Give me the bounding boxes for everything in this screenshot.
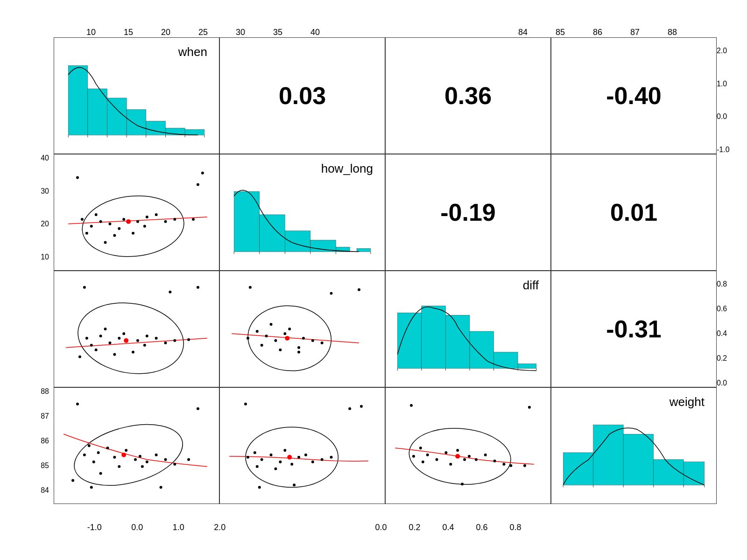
svg-point-37 — [201, 172, 204, 175]
svg-point-165 — [484, 454, 487, 456]
cell-2-0 — [54, 271, 219, 387]
svg-point-17 — [126, 219, 131, 224]
svg-point-72 — [197, 286, 199, 289]
top-tick: 15 — [124, 28, 133, 37]
svg-rect-95 — [397, 313, 422, 368]
svg-point-18 — [90, 225, 93, 228]
cell-3-1 — [219, 387, 385, 504]
svg-point-128 — [76, 403, 79, 406]
svg-point-55 — [99, 335, 102, 337]
svg-point-54 — [90, 344, 93, 347]
corr-1-3: 0.01 — [610, 198, 657, 226]
howlong-histogram — [220, 154, 385, 270]
svg-rect-96 — [422, 306, 446, 368]
svg-rect-97 — [445, 315, 470, 368]
svg-point-83 — [279, 349, 282, 351]
svg-point-142 — [304, 454, 307, 456]
cell-0-1: 0.03 — [219, 37, 385, 154]
diff-histogram — [386, 271, 550, 387]
scatter-3-2 — [386, 388, 550, 504]
left-axis-2: 40 30 20 10 — [28, 154, 51, 261]
svg-point-94 — [330, 292, 333, 295]
svg-point-22 — [95, 213, 98, 216]
cell-1-2: -0.19 — [385, 154, 551, 271]
svg-point-68 — [85, 337, 88, 340]
svg-point-38 — [197, 183, 199, 186]
top-tick: 35 — [273, 28, 282, 37]
svg-point-111 — [97, 451, 100, 454]
svg-point-144 — [321, 458, 324, 461]
bottom-axis-3: 0.0 0.2 0.4 0.6 0.8 — [364, 523, 532, 537]
svg-point-89 — [270, 323, 273, 326]
svg-point-33 — [143, 225, 146, 228]
corr-0-1: 0.03 — [279, 82, 326, 110]
svg-rect-41 — [285, 231, 310, 252]
svg-point-152 — [258, 486, 261, 489]
plot-grid: when — [54, 37, 717, 504]
svg-point-58 — [95, 349, 98, 351]
svg-point-19 — [99, 220, 102, 223]
right-axis-1: 2.0 1.0 0.0 -1.0 — [714, 47, 738, 154]
cell-1-3: 0.01 — [551, 154, 717, 271]
top-tick: 20 — [161, 28, 170, 37]
svg-point-121 — [164, 458, 167, 461]
svg-rect-40 — [260, 215, 285, 252]
svg-point-74 — [169, 291, 171, 294]
svg-rect-0 — [68, 66, 88, 135]
corr-1-2: -0.19 — [440, 198, 496, 226]
svg-point-23 — [113, 234, 116, 237]
svg-point-140 — [290, 463, 293, 466]
svg-rect-178 — [684, 462, 705, 485]
svg-point-159 — [422, 461, 424, 463]
svg-point-146 — [247, 456, 249, 459]
cell-1-0 — [54, 154, 219, 271]
svg-point-172 — [523, 464, 526, 467]
top-tick: 25 — [198, 28, 208, 37]
svg-point-65 — [164, 342, 167, 344]
svg-line-52 — [66, 338, 207, 348]
svg-point-120 — [155, 454, 158, 456]
svg-rect-175 — [593, 425, 623, 485]
svg-rect-42 — [310, 240, 336, 252]
svg-point-137 — [279, 461, 282, 463]
top-tick: 30 — [236, 28, 245, 37]
top-tick: 10 — [86, 28, 96, 37]
svg-point-79 — [265, 335, 268, 337]
svg-point-114 — [92, 461, 95, 463]
svg-point-134 — [254, 451, 256, 454]
svg-point-167 — [502, 463, 505, 466]
svg-point-15 — [80, 192, 187, 260]
svg-point-173 — [461, 483, 464, 485]
svg-point-56 — [108, 342, 111, 344]
svg-point-91 — [297, 351, 300, 354]
svg-point-147 — [330, 456, 333, 459]
cell-2-3: -0.31 — [551, 271, 717, 387]
svg-point-126 — [71, 479, 74, 482]
svg-point-88 — [321, 342, 324, 344]
svg-point-31 — [104, 241, 107, 244]
svg-point-149 — [360, 405, 363, 408]
svg-point-73 — [83, 286, 86, 289]
svg-point-29 — [164, 220, 167, 223]
cell-3-2 — [385, 387, 551, 504]
svg-point-138 — [256, 465, 259, 468]
svg-point-122 — [173, 463, 176, 466]
svg-rect-6 — [185, 129, 204, 135]
svg-point-84 — [288, 328, 291, 330]
svg-point-53 — [124, 338, 128, 343]
svg-point-36 — [76, 176, 79, 179]
svg-point-60 — [122, 332, 125, 335]
svg-rect-4 — [146, 121, 166, 135]
main-container: 10 15 20 25 30 35 40 84 85 86 87 88 2.0 … — [28, 19, 738, 551]
svg-point-162 — [463, 458, 466, 461]
svg-point-90 — [247, 337, 249, 340]
svg-point-80 — [274, 339, 277, 342]
svg-point-118 — [139, 455, 141, 458]
svg-point-113 — [113, 456, 116, 459]
svg-point-87 — [311, 339, 314, 342]
corr-2-3: -0.31 — [606, 315, 662, 343]
svg-rect-100 — [518, 364, 536, 368]
svg-rect-174 — [563, 453, 593, 485]
when-histogram — [54, 38, 219, 154]
svg-point-127 — [187, 458, 190, 461]
